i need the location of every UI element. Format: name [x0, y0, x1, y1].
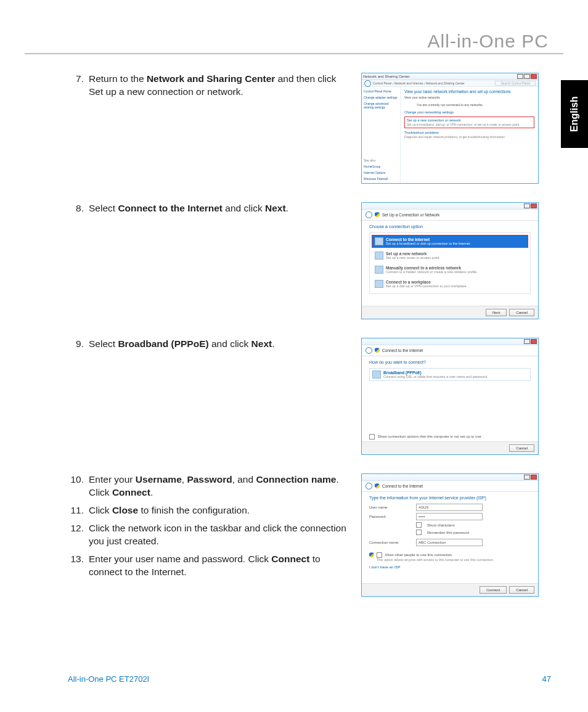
step-number: 7. [68, 73, 84, 86]
sidebar-firewall[interactable]: Windows Firewall [364, 177, 398, 181]
search-input[interactable]: Search Control Panel [495, 81, 536, 86]
breadcrumb[interactable]: Control Panel › Network and Internet › N… [373, 81, 465, 85]
sidebar-homegroup[interactable]: HomeGroup [364, 165, 398, 168]
show-options-checkbox[interactable] [369, 434, 375, 440]
show-options-label: Show connection options that this comput… [378, 435, 481, 438]
window-title-text: Network and Sharing Center [363, 75, 410, 78]
close-icon[interactable] [531, 339, 537, 344]
header-title: All-in-One PC [428, 31, 549, 52]
close-icon[interactable] [531, 475, 537, 480]
sidebar: Control Panel Home Change adapter settin… [362, 87, 401, 183]
globe-icon [375, 237, 383, 245]
maximize-icon[interactable] [524, 74, 530, 79]
minimize-icon[interactable] [517, 74, 523, 79]
step-number: 13. [68, 553, 84, 566]
password-label: Password: [369, 515, 412, 518]
setup-connection-link[interactable]: Set up a new connection or network Set u… [404, 117, 534, 128]
cancel-button[interactable]: Cancel [509, 444, 534, 452]
close-icon[interactable] [531, 203, 537, 208]
show-characters-checkbox[interactable] [416, 522, 422, 528]
remember-password-checkbox[interactable] [416, 530, 422, 535]
page-footer: All-in-One PC ET2702I 47 [68, 674, 551, 684]
allow-others-description: This option allows anyone with access to… [377, 558, 494, 562]
username-input[interactable]: ASUS [416, 504, 483, 511]
language-tab: English [561, 80, 588, 148]
sidebar-sharing-settings[interactable]: Change advanced sharing settings [364, 102, 398, 109]
connect-button[interactable]: Connect [480, 586, 507, 594]
screenshot-connect-method: Connect to the Internet How do you want … [361, 338, 539, 455]
wizard-header: Connect to the Internet [362, 345, 538, 356]
screenshot-network-sharing-center: Network and Sharing Center Control Panel… [361, 73, 539, 184]
wizard-title: Connect to the Internet [382, 484, 423, 488]
step-number: 10. [68, 473, 84, 486]
step-number: 12. [68, 522, 84, 535]
sidebar-home[interactable]: Control Panel Home [364, 89, 398, 93]
close-icon[interactable] [531, 74, 537, 79]
window-titlebar: Network and Sharing Center [362, 73, 538, 80]
building-icon [375, 280, 383, 288]
remember-password-label: Remember this password [427, 531, 469, 534]
cancel-button[interactable]: Cancel [509, 586, 534, 594]
allow-others-label: Allow other people to use this connectio… [385, 553, 452, 557]
wizard-header: Set Up a Connection or Network [362, 210, 538, 221]
no-networks-text: You are currently not connected to any n… [417, 103, 534, 107]
page-header: All-in-One PC [37, 35, 551, 62]
step-9: 9. Select Broadband (PPPoE) and click Ne… [68, 338, 350, 351]
minimize-icon[interactable] [524, 203, 530, 208]
wizard-subtitle: Choose a connection option [369, 224, 531, 229]
wizard-header: Connect to the Internet [362, 481, 538, 492]
password-input[interactable]: ••••• [416, 513, 483, 520]
connection-name-label: Connection name: [369, 541, 412, 544]
allow-others-checkbox[interactable] [377, 552, 382, 558]
step-10: 10. Enter your Username, Password, and C… [68, 473, 350, 499]
connection-name-input[interactable]: ABC Connection [416, 539, 483, 546]
panel-title: View your basic network information and … [404, 89, 534, 94]
no-isp-link[interactable]: I don't have an ISP [369, 565, 531, 569]
option-new-network[interactable]: Set up a new networkSet up a new router … [372, 249, 528, 262]
show-characters-label: Show characters [427, 523, 455, 527]
language-label: English [569, 96, 580, 132]
step-12: 12. Click the network icon in the taskba… [68, 522, 350, 548]
option-connect-internet[interactable]: Connect to the InternetSet up a broadban… [372, 235, 528, 248]
step-number: 8. [68, 202, 84, 215]
window-titlebar [362, 338, 538, 345]
window-titlebar [362, 474, 538, 481]
modem-icon [372, 370, 381, 379]
header-rule [25, 53, 563, 54]
sidebar-internet-options[interactable]: Internet Options [364, 171, 398, 174]
back-icon[interactable] [365, 211, 372, 218]
minimize-icon[interactable] [524, 475, 530, 480]
footer-page-number: 47 [542, 674, 551, 684]
option-broadband-pppoe[interactable]: Broadband (PPPoE) Connect using DSL or c… [369, 368, 531, 381]
step-8: 8. Select Connect to the Internet and cl… [68, 202, 350, 215]
wizard-title: Connect to the Internet [382, 348, 423, 353]
option-workplace[interactable]: Connect to a workplaceSet up a dial-up o… [372, 277, 528, 290]
wifi-icon [375, 266, 383, 274]
next-button[interactable]: Next [486, 309, 507, 316]
router-icon [375, 252, 383, 260]
minimize-icon[interactable] [524, 339, 530, 344]
back-icon[interactable] [364, 80, 371, 87]
back-icon[interactable] [365, 347, 372, 354]
step-7: 7. Return to the Network and Sharing Cen… [68, 73, 350, 99]
cancel-button[interactable]: Cancel [509, 309, 534, 316]
troubleshoot-link[interactable]: Troubleshoot problems Diagnose and repai… [404, 131, 534, 139]
screenshot-isp-info: Connect to the Internet Type the informa… [361, 473, 539, 597]
shield-icon [375, 212, 380, 218]
wizard-subtitle: Type the information from your Internet … [369, 496, 531, 500]
back-icon[interactable] [365, 483, 372, 489]
step-number: 9. [68, 338, 84, 351]
option-wireless[interactable]: Manually connect to a wireless networkCo… [372, 263, 528, 276]
sidebar-adapter-settings[interactable]: Change adapter settings [364, 96, 398, 99]
wizard-subtitle: How do you want to connect? [369, 360, 531, 364]
active-networks-label: View your active networks [404, 96, 534, 99]
footer-model: All-in-One PC ET2702I [68, 674, 149, 684]
username-label: User name: [369, 505, 412, 509]
screenshot-setup-connection: Set Up a Connection or Network Choose a … [361, 202, 539, 319]
change-settings-label: Change your networking settings [404, 110, 534, 114]
step-11: 11. Click Close to finish the configurat… [68, 504, 350, 517]
window-titlebar [362, 203, 538, 210]
address-bar: Control Panel › Network and Internet › N… [362, 80, 538, 87]
step-number: 11. [68, 504, 84, 517]
wizard-title: Set Up a Connection or Network [382, 213, 439, 217]
